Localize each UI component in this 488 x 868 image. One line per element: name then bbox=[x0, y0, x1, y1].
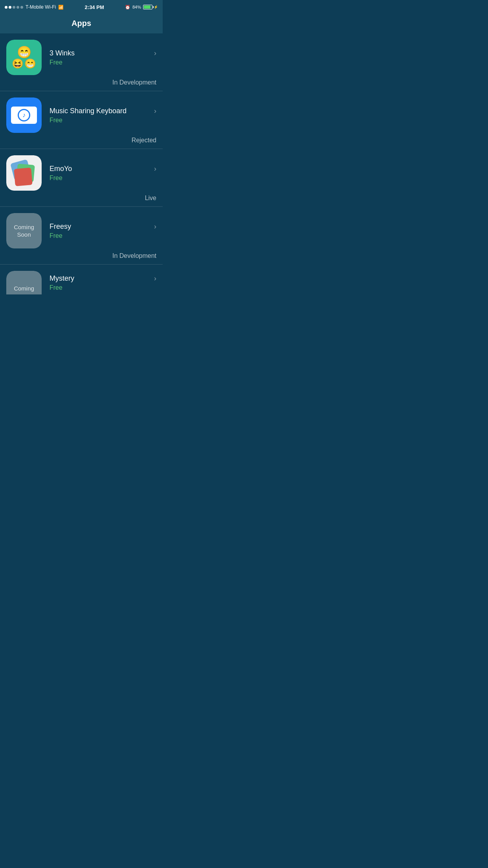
alarm-icon: ⏰ bbox=[125, 5, 130, 10]
chevron-icon: › bbox=[154, 223, 156, 231]
wifi-icon: 📶 bbox=[58, 5, 64, 10]
app-info-music: Music Sharing Keyboard › Free bbox=[50, 107, 156, 124]
app-item-mystery[interactable]: Coming Mystery › Free bbox=[0, 265, 163, 301]
app-status-row-music: Rejected bbox=[6, 133, 156, 149]
app-item-top: Coming Mystery › Free bbox=[6, 271, 156, 294]
app-name-row: Freesy › bbox=[50, 223, 156, 231]
music-note-circle: ♪ bbox=[18, 109, 30, 121]
emoji-left: 😆 bbox=[12, 59, 24, 68]
app-icon-freesy: ComingSoon bbox=[6, 213, 42, 248]
icon-music-bg: ♪ bbox=[6, 97, 42, 133]
app-icon-music: ♪ bbox=[6, 97, 42, 133]
battery-indicator: ⚡ bbox=[143, 5, 158, 9]
card-red bbox=[14, 167, 33, 186]
app-info-emoyo: EmoYo › Free bbox=[50, 165, 156, 182]
app-info-3winks: 3 Winks › Free bbox=[50, 49, 156, 66]
app-name-row: 3 Winks › bbox=[50, 49, 156, 57]
coming-soon-label: ComingSoon bbox=[14, 223, 34, 239]
status-right: ⏰ 84% ⚡ bbox=[125, 5, 158, 10]
signal-dot-3 bbox=[13, 6, 15, 9]
app-name-emoyo: EmoYo bbox=[50, 165, 72, 173]
icon-coming-soon-freesy: ComingSoon bbox=[6, 213, 42, 248]
music-inner: ♪ bbox=[11, 107, 37, 124]
chevron-icon: › bbox=[154, 165, 156, 173]
app-item-top: 😁 😆 😁 3 Winks › Free bbox=[6, 40, 156, 75]
app-icon-3winks: 😁 😆 😁 bbox=[6, 40, 42, 75]
navigation-bar: Apps bbox=[0, 14, 163, 33]
app-name-mystery: Mystery bbox=[50, 274, 74, 283]
chevron-icon: › bbox=[154, 274, 156, 283]
app-item-3winks[interactable]: 😁 😆 😁 3 Winks › Free In Development bbox=[0, 33, 163, 91]
app-name-row: EmoYo › bbox=[50, 165, 156, 173]
card-stack bbox=[12, 161, 36, 185]
app-status-row-3winks: In Development bbox=[6, 75, 156, 91]
app-price-mystery: Free bbox=[50, 284, 156, 291]
status-bar: T-Mobile Wi-Fi 📶 2:34 PM ⏰ 84% ⚡ bbox=[0, 0, 163, 14]
icon-emoyo-bg bbox=[6, 155, 42, 191]
app-name-3winks: 3 Winks bbox=[50, 49, 75, 57]
icon-3winks-bg: 😁 😆 😁 bbox=[6, 40, 42, 75]
charging-bolt-icon: ⚡ bbox=[154, 5, 158, 9]
app-item-emoyo[interactable]: EmoYo › Free Live bbox=[0, 149, 163, 207]
signal-dot-2 bbox=[9, 6, 11, 9]
app-item-top: ♪ Music Sharing Keyboard › Free bbox=[6, 97, 156, 133]
app-status-freesy: In Development bbox=[112, 252, 156, 259]
app-status-row-emoyo: Live bbox=[6, 191, 156, 206]
app-info-mystery: Mystery › Free bbox=[50, 274, 156, 291]
app-status-3winks: In Development bbox=[112, 79, 156, 86]
app-list: 😁 😆 😁 3 Winks › Free In Development bbox=[0, 33, 163, 301]
app-item-music-keyboard[interactable]: ♪ Music Sharing Keyboard › Free Rejected bbox=[0, 91, 163, 149]
coming-soon-label-mystery: Coming bbox=[14, 285, 34, 292]
app-name-row: Mystery › bbox=[50, 274, 156, 283]
app-icon-mystery: Coming bbox=[6, 271, 42, 294]
emoji-bottom: 😆 😁 bbox=[12, 59, 36, 68]
app-icon-emoyo bbox=[6, 155, 42, 191]
app-price-music: Free bbox=[50, 117, 156, 124]
music-note-icon: ♪ bbox=[22, 112, 26, 119]
app-item-top: ComingSoon Freesy › Free bbox=[6, 213, 156, 248]
app-price-emoyo: Free bbox=[50, 175, 156, 182]
chevron-icon: › bbox=[154, 107, 156, 115]
signal-dot-5 bbox=[20, 6, 23, 9]
battery-fill bbox=[144, 6, 150, 9]
app-item-top: EmoYo › Free bbox=[6, 155, 156, 191]
carrier-label: T-Mobile Wi-Fi bbox=[26, 4, 56, 10]
app-name-music: Music Sharing Keyboard bbox=[50, 107, 127, 115]
app-name-freesy: Freesy bbox=[50, 223, 71, 231]
app-price-3winks: Free bbox=[50, 59, 156, 66]
time-display: 2:34 PM bbox=[85, 4, 104, 10]
app-info-freesy: Freesy › Free bbox=[50, 223, 156, 239]
battery-percent: 84% bbox=[132, 5, 141, 9]
chevron-icon: › bbox=[154, 49, 156, 57]
signal-dots bbox=[5, 6, 23, 9]
battery-body bbox=[143, 5, 152, 9]
app-price-freesy: Free bbox=[50, 232, 156, 239]
app-name-row: Music Sharing Keyboard › bbox=[50, 107, 156, 115]
icon-coming-soon-mystery: Coming bbox=[6, 271, 42, 294]
page-title: Apps bbox=[72, 19, 91, 28]
emoji-group: 😁 😆 😁 bbox=[12, 46, 36, 68]
status-left: T-Mobile Wi-Fi 📶 bbox=[5, 4, 64, 10]
app-item-freesy[interactable]: ComingSoon Freesy › Free In Development bbox=[0, 207, 163, 265]
signal-dot-1 bbox=[5, 6, 7, 9]
app-status-emoyo: Live bbox=[145, 195, 156, 202]
app-status-row-freesy: In Development bbox=[6, 248, 156, 264]
signal-dot-4 bbox=[17, 6, 19, 9]
emoji-top: 😁 bbox=[17, 46, 31, 58]
app-status-music: Rejected bbox=[132, 137, 156, 144]
emoji-right: 😁 bbox=[24, 59, 36, 68]
